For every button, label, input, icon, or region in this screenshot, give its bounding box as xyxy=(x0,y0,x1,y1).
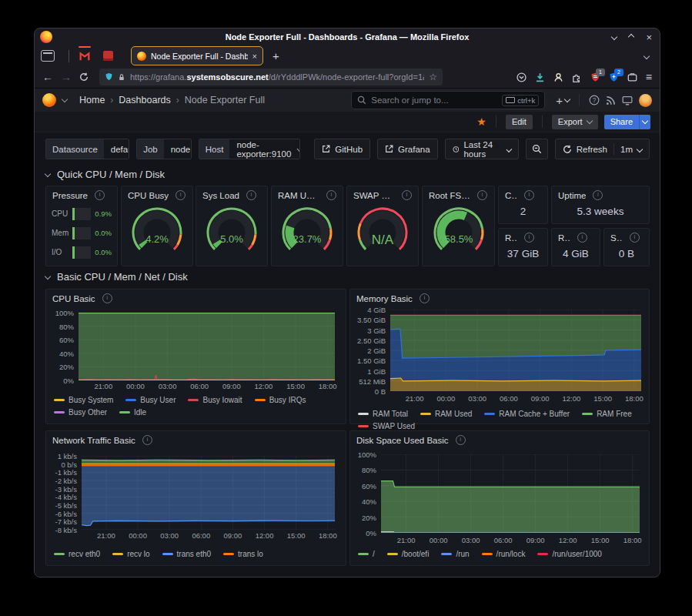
new-tab-button[interactable]: + xyxy=(272,49,279,62)
info-icon[interactable] xyxy=(524,233,534,243)
info-icon[interactable] xyxy=(176,190,186,200)
info-icon[interactable] xyxy=(593,190,603,200)
edit-button[interactable]: Edit xyxy=(506,115,533,129)
back-button[interactable]: ← xyxy=(42,72,53,82)
y-axis-label: 60% xyxy=(49,336,74,344)
zoom-out-button[interactable] xyxy=(526,139,548,159)
section-quick-cpu-mem-disk[interactable]: Quick CPU / Mem / Disk xyxy=(45,169,165,180)
legend-item[interactable]: recv lo xyxy=(112,550,149,558)
containers-icon[interactable] xyxy=(627,72,637,82)
close-icon[interactable]: × xyxy=(646,32,652,42)
time-range-picker[interactable]: Last 24 hours xyxy=(445,139,519,159)
reload-button[interactable] xyxy=(79,72,89,82)
info-icon[interactable] xyxy=(456,435,466,445)
pinned-tab-red[interactable] xyxy=(99,48,117,65)
downloads-icon[interactable] xyxy=(535,72,545,82)
datasource-picker[interactable]: Datasource default xyxy=(45,139,129,159)
ublock-icon[interactable]: 1 xyxy=(590,72,600,82)
legend-item[interactable]: Busy System xyxy=(54,396,113,404)
ublock-badge: 1 xyxy=(596,69,605,76)
host-picker[interactable]: Host node-exporter:9100 xyxy=(199,139,301,159)
info-icon[interactable] xyxy=(326,190,336,200)
info-icon[interactable] xyxy=(577,233,587,243)
org-switcher-chevron-icon[interactable] xyxy=(62,95,68,102)
legend-item[interactable]: Busy Other xyxy=(54,408,107,417)
kiosk-monitor-icon[interactable] xyxy=(622,95,633,105)
section-basic-cpu-mem-net-disk[interactable]: Basic CPU / Mem / Net / Disk xyxy=(45,271,188,283)
url-bar[interactable]: https://grafana.systemsobscure.net/d/rYd… xyxy=(99,69,443,85)
panel-title: Memory Basic xyxy=(356,294,413,303)
maximize-icon[interactable] xyxy=(628,34,634,40)
legend-item[interactable]: RAM Total xyxy=(358,410,408,418)
legend-item[interactable]: Idle xyxy=(119,408,146,417)
legend-item[interactable]: recv eth0 xyxy=(54,550,100,558)
legend-item[interactable]: /boot/efi xyxy=(387,550,430,558)
gauge-value: 5.0% xyxy=(220,233,243,245)
legend-item[interactable]: trans lo xyxy=(223,550,263,558)
legend-item[interactable]: Busy Iowait xyxy=(188,396,242,404)
legend-item[interactable]: /run xyxy=(441,550,469,558)
list-tabs-icon[interactable] xyxy=(644,52,650,59)
legend-item[interactable]: RAM Cache + Buffer xyxy=(484,410,570,418)
bookmark-star-icon[interactable]: ☆ xyxy=(429,72,437,82)
y-axis-label: 3.50 GiB xyxy=(353,316,386,324)
password-manager-icon[interactable]: 2 xyxy=(609,72,619,82)
firefox-view-icon[interactable] xyxy=(41,50,55,62)
info-icon[interactable] xyxy=(246,190,256,200)
info-icon[interactable] xyxy=(402,190,412,200)
legend-item[interactable]: trans eth0 xyxy=(162,550,211,558)
tab-close-icon[interactable]: × xyxy=(252,52,257,61)
user-avatar[interactable] xyxy=(639,94,652,107)
news-rss-icon[interactable] xyxy=(606,95,616,105)
panel-title: RAM Used xyxy=(278,191,319,200)
x-axis-label: 06:00 xyxy=(488,536,519,544)
legend-swatch xyxy=(125,399,136,401)
refresh-picker[interactable]: Refresh 1m xyxy=(555,139,650,159)
legend-item[interactable]: /run/lock xyxy=(482,550,526,558)
url-text[interactable]: https://grafana.systemsobscure.net/d/rYd… xyxy=(130,72,424,82)
legend-item[interactable]: Busy IRQs xyxy=(255,396,306,404)
share-button[interactable]: Share xyxy=(604,115,639,129)
legend-item[interactable]: RAM Used xyxy=(420,410,472,418)
search-input[interactable]: Search or jump to... ctrl+k xyxy=(351,91,545,109)
export-button[interactable]: Export xyxy=(552,115,598,129)
info-icon[interactable] xyxy=(95,190,105,200)
extensions-puzzle-icon[interactable] xyxy=(572,72,582,82)
help-icon[interactable]: ? xyxy=(589,95,600,105)
pinned-tab-gmail[interactable] xyxy=(75,48,94,65)
share-dropdown-chevron-icon[interactable] xyxy=(639,115,650,129)
info-icon[interactable] xyxy=(102,293,112,303)
breadcrumb-item-dashboards[interactable]: Dashboards xyxy=(119,95,170,105)
minimize-icon[interactable] xyxy=(611,34,617,40)
legend-item[interactable]: SWAP Used xyxy=(358,422,415,430)
panel-header: CPU Basic xyxy=(46,290,346,306)
grafana-logo-icon[interactable] xyxy=(42,93,56,107)
legend-item[interactable]: / xyxy=(358,550,375,558)
y-axis-label: 100% xyxy=(353,450,376,459)
forward-button[interactable]: → xyxy=(61,72,72,82)
info-icon[interactable] xyxy=(142,435,152,445)
favorite-star-icon[interactable]: ★ xyxy=(476,116,486,128)
legend-swatch xyxy=(482,553,493,555)
breadcrumb-item-home[interactable]: Home xyxy=(79,95,105,105)
tracking-shield-icon[interactable] xyxy=(105,72,113,82)
job-picker[interactable]: Job node xyxy=(136,139,192,159)
info-icon[interactable] xyxy=(420,293,430,303)
info-icon[interactable] xyxy=(524,190,534,200)
active-tab[interactable]: Node Exporter Full - Dashbo × xyxy=(131,46,263,65)
account-icon[interactable] xyxy=(553,72,563,82)
y-axis-label: 512 MiB xyxy=(353,377,386,386)
legend-item[interactable]: /run/user/1000 xyxy=(537,550,602,558)
legend-item[interactable]: Busy User xyxy=(125,396,176,404)
menu-icon[interactable]: ≡ xyxy=(646,71,652,83)
grafana-link-button[interactable]: Grafana xyxy=(377,139,438,159)
pocket-icon[interactable] xyxy=(516,72,527,82)
panel-cpu-busy: CPU Busy4.2% xyxy=(121,186,193,266)
new-button[interactable]: + xyxy=(556,94,570,107)
x-axis-label: 03:00 xyxy=(152,382,183,390)
legend-item[interactable]: RAM Free xyxy=(582,410,632,418)
info-icon[interactable] xyxy=(630,233,640,243)
github-link-button[interactable]: GitHub xyxy=(314,139,370,159)
y-axis-label: 0% xyxy=(353,529,376,537)
info-icon[interactable] xyxy=(477,190,487,200)
